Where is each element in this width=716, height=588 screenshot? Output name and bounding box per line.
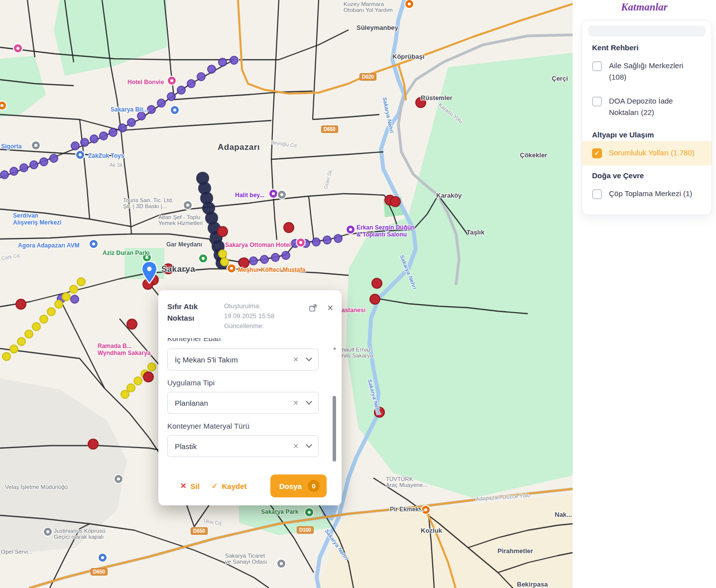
marker-red-dot[interactable] — [370, 294, 380, 304]
select-value: Planlanan — [175, 399, 208, 407]
poi-hotel-glyph — [299, 241, 302, 244]
marker-red-dot[interactable] — [390, 197, 400, 207]
road-black — [60, 299, 105, 388]
marker-yellow-dot[interactable] — [55, 300, 63, 308]
marker-yellow-dot[interactable] — [10, 345, 18, 353]
clear-icon[interactable]: ✕ — [293, 442, 299, 450]
marker-red-dot[interactable] — [284, 223, 294, 233]
clear-icon[interactable]: ✕ — [293, 399, 299, 407]
select-value: Plastik — [175, 442, 197, 451]
marker-responsibility-road[interactable] — [109, 128, 117, 136]
marker-red-dot[interactable] — [127, 319, 137, 329]
chevron-down-icon[interactable] — [306, 398, 312, 405]
checkbox-unchecked[interactable] — [592, 97, 602, 107]
marker-yellow-dot[interactable] — [17, 338, 25, 346]
marker-responsibility-road[interactable] — [0, 171, 8, 179]
marker-responsibility-road[interactable] — [147, 106, 155, 114]
marker-responsibility-road[interactable] — [282, 251, 290, 259]
marker-responsibility-road[interactable] — [323, 236, 331, 244]
marker-responsibility-road[interactable] — [197, 73, 205, 81]
poi-park-glyph — [202, 257, 205, 260]
marker-responsibility-road[interactable] — [230, 56, 238, 64]
updated-label: Güncellenme: — [224, 321, 274, 331]
select-field-1[interactable]: İç Mekan 5'li Takım✕ — [167, 349, 319, 370]
marker-responsibility-road[interactable] — [100, 132, 108, 140]
marker-yellow-dot[interactable] — [148, 363, 156, 371]
marker-responsibility-road[interactable] — [157, 99, 165, 107]
marker-responsibility-road[interactable] — [219, 58, 227, 66]
marker-red-dot[interactable] — [16, 299, 26, 309]
select-field-2[interactable]: Planlanan✕ — [167, 392, 319, 414]
marker-responsibility-road[interactable] — [271, 253, 279, 261]
marker-red-dot[interactable] — [143, 372, 153, 382]
marker-responsibility-road[interactable] — [40, 158, 48, 166]
file-button[interactable]: Dosya 0 — [270, 474, 327, 497]
marker-responsibility-road[interactable] — [312, 238, 320, 246]
checkbox-unchecked[interactable] — [592, 189, 602, 199]
marker-responsibility-road[interactable] — [90, 135, 98, 143]
delete-button[interactable]: ✕ Sil — [180, 481, 200, 490]
marker-yellow-dot[interactable] — [219, 250, 227, 258]
marker-responsibility-road[interactable] — [20, 164, 28, 172]
marker-red-dot[interactable] — [88, 439, 98, 449]
marker-responsibility-road[interactable] — [10, 167, 18, 175]
marker-responsibility-road[interactable] — [249, 257, 257, 265]
select-field-3[interactable]: Plastik✕ — [167, 435, 319, 457]
marker-yellow-dot[interactable] — [121, 390, 129, 398]
marker-responsibility-road[interactable] — [81, 138, 89, 146]
marker-yellow-dot[interactable] — [127, 384, 135, 392]
popup-scrollbar[interactable]: ▲ — [332, 346, 338, 464]
save-button[interactable]: ✓ Kaydet — [212, 481, 247, 490]
marker-yellow-dot[interactable] — [134, 377, 142, 385]
marker-red-dot[interactable] — [416, 98, 426, 108]
marker-responsibility-road[interactable] — [71, 142, 79, 150]
marker-red-dot[interactable] — [218, 227, 228, 236]
marker-red-dot[interactable] — [372, 278, 382, 288]
scroll-up-icon[interactable]: ▲ — [332, 346, 338, 351]
marker-yellow-dot[interactable] — [32, 323, 40, 331]
clear-icon[interactable]: ✕ — [293, 355, 299, 363]
marker-yellow-dot[interactable] — [2, 353, 10, 360]
close-icon[interactable]: ✕ — [327, 303, 334, 313]
marker-yellow-dot[interactable] — [47, 308, 55, 316]
marker-responsibility-road[interactable] — [30, 161, 38, 169]
marker-yellow-dot[interactable] — [62, 293, 70, 301]
scrollbar-thumb[interactable] — [333, 396, 336, 462]
marker-yellow-dot[interactable] — [70, 285, 78, 293]
expand-icon[interactable] — [309, 304, 317, 312]
checkbox-checked[interactable]: ✓ — [592, 148, 602, 158]
marker-responsibility-road[interactable] — [167, 93, 175, 101]
marker-yellow-dot[interactable] — [77, 278, 85, 286]
marker-responsibility-road[interactable] — [50, 154, 58, 162]
marker-red-dot[interactable] — [239, 258, 249, 268]
created-value: 19.09.2025 15:58 — [224, 311, 274, 321]
file-count-badge: 0 — [308, 480, 320, 492]
delete-label: Sil — [191, 482, 200, 490]
layers-panel: Kent RehberiAile Sağlığı Merkezleri (108… — [582, 20, 712, 215]
marker-responsibility-road[interactable] — [260, 255, 268, 263]
layer-item-2-0[interactable]: Çöp Toplama Merkezi (1) — [582, 182, 712, 206]
marker-red-dot[interactable] — [163, 264, 173, 274]
marker-responsibility-road[interactable] — [334, 235, 342, 242]
marker-responsibility-road[interactable] — [127, 118, 135, 126]
marker-responsibility-road[interactable] — [177, 86, 185, 94]
layer-item-0-1[interactable]: DOA Depozito İade Noktaları (22) — [582, 89, 712, 124]
marker-responsibility-road[interactable] — [71, 295, 79, 303]
marker-yellow-dot[interactable] — [25, 330, 33, 338]
chevron-down-icon[interactable] — [306, 355, 312, 361]
marker-yellow-dot[interactable] — [221, 258, 229, 266]
road-black — [313, 0, 319, 119]
marker-responsibility-road[interactable] — [137, 112, 145, 120]
layer-item-1-0[interactable]: ✓Sorumluluk Yolları (1.780) — [582, 141, 712, 165]
checkbox-unchecked[interactable] — [592, 61, 602, 71]
marker-responsibility-road[interactable] — [187, 80, 195, 88]
layer-item-0-0[interactable]: Aile Sağlığı Merkezleri (108) — [582, 54, 712, 89]
layers-title: Katmanlar — [573, 1, 716, 13]
poi-hotel-glyph — [16, 47, 19, 50]
marker-responsibility-road[interactable] — [119, 124, 126, 132]
panel-header-strip[interactable] — [588, 25, 706, 36]
marker-red-dot[interactable] — [374, 407, 384, 417]
chevron-down-icon[interactable] — [306, 442, 312, 448]
marker-yellow-dot[interactable] — [40, 315, 48, 323]
marker-responsibility-road[interactable] — [208, 65, 216, 73]
